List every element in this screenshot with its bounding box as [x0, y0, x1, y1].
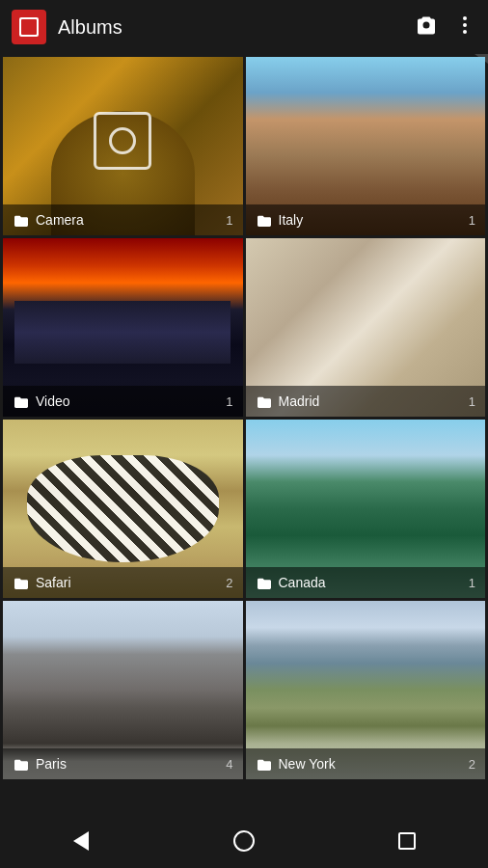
more-options-icon[interactable] [453, 14, 476, 41]
album-label-paris: Paris4 [3, 748, 243, 779]
album-tile-video[interactable]: Video1 [3, 238, 243, 417]
bar-icons [415, 14, 476, 41]
album-count-italy: 1 [469, 213, 475, 228]
app-logo [12, 10, 46, 44]
album-count-canada: 1 [469, 576, 475, 590]
album-name-newyork: New York [279, 756, 463, 772]
album-tile-madrid[interactable]: Madrid1 [246, 238, 486, 417]
album-label-madrid: Madrid1 [246, 386, 486, 417]
album-tile-canada[interactable]: Canada1 [246, 420, 486, 598]
album-name-italy: Italy [279, 212, 463, 228]
album-count-safari: 2 [226, 576, 232, 590]
album-grid: Camera1 Italy1 Video1 Madrid1 Safari2 Ca… [0, 54, 488, 782]
album-label-canada: Canada1 [246, 567, 486, 598]
folder-icon [256, 394, 273, 408]
album-label-newyork: New York2 [246, 748, 486, 779]
folder-icon [256, 757, 273, 771]
album-label-camera: Camera1 [3, 204, 243, 235]
album-label-video: Video1 [3, 386, 243, 417]
album-name-madrid: Madrid [279, 393, 463, 409]
bottom-nav [0, 814, 488, 868]
album-tile-safari[interactable]: Safari2 [3, 420, 243, 598]
album-grid-container: Camera1 Italy1 Video1 Madrid1 Safari2 Ca… [0, 54, 488, 814]
app-logo-inner [19, 17, 39, 37]
album-tile-camera[interactable]: Camera1 [3, 57, 243, 235]
album-count-paris: 4 [226, 757, 232, 772]
home-button[interactable] [215, 822, 273, 860]
album-tile-paris[interactable]: Paris4 [3, 601, 243, 779]
back-icon [73, 831, 89, 851]
recents-icon [398, 832, 416, 850]
app-bar: Albums [0, 0, 488, 54]
album-name-safari: Safari [36, 575, 220, 590]
album-name-paris: Paris [36, 756, 220, 772]
camera-icon[interactable] [415, 14, 438, 41]
album-name-video: Video [36, 393, 220, 409]
album-tile-italy[interactable]: Italy1 [246, 57, 486, 235]
album-tile-newyork[interactable]: New York2 [246, 601, 486, 779]
svg-point-0 [463, 16, 467, 20]
svg-point-1 [463, 23, 467, 27]
app-title: Albums [58, 16, 403, 39]
album-count-newyork: 2 [469, 757, 475, 772]
album-count-camera: 1 [226, 213, 232, 228]
camera-overlay-icon [94, 112, 151, 170]
folder-icon [256, 576, 273, 589]
album-name-camera: Camera [36, 212, 220, 228]
svg-point-2 [463, 30, 467, 34]
folder-icon [256, 213, 273, 227]
home-icon [233, 830, 255, 852]
album-count-video: 1 [226, 394, 232, 409]
back-button[interactable] [52, 822, 110, 860]
album-label-safari: Safari2 [3, 567, 243, 598]
folder-icon [13, 757, 30, 771]
recents-button[interactable] [378, 822, 436, 860]
folder-icon [13, 394, 30, 408]
album-count-madrid: 1 [469, 394, 475, 409]
album-label-italy: Italy1 [246, 204, 486, 235]
folder-icon [13, 213, 30, 227]
album-name-canada: Canada [279, 575, 463, 590]
folder-icon [13, 576, 30, 589]
